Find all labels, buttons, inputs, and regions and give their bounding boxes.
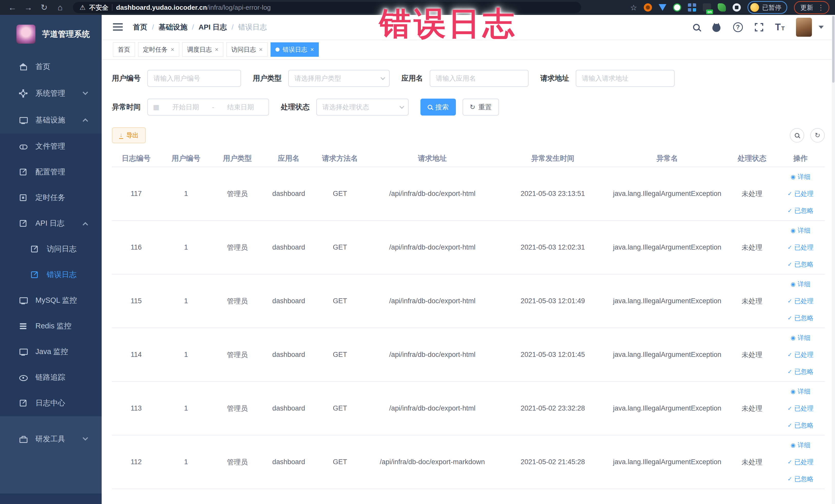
mark-ignored-link[interactable]: ✓已忽略: [778, 417, 823, 434]
browser-menu-icon[interactable]: ⋮: [817, 3, 824, 12]
detail-link[interactable]: ◉详细: [778, 383, 823, 400]
sidebar-item-system-management[interactable]: 系统管理: [0, 80, 102, 107]
extension-icon-grid[interactable]: [688, 3, 696, 12]
close-icon[interactable]: ×: [215, 46, 219, 53]
close-icon[interactable]: ×: [171, 46, 174, 53]
user-type-label: 用户类型: [253, 74, 282, 83]
extension-icon-dark[interactable]: on: [703, 3, 711, 12]
mark-processed-link[interactable]: ✓已处理: [778, 185, 823, 202]
sidebar-item-home[interactable]: 首页: [0, 54, 102, 80]
detail-link[interactable]: ◉详细: [778, 222, 823, 239]
extension-icon-orange[interactable]: [644, 3, 652, 12]
mark-processed-link[interactable]: ✓已处理: [778, 400, 823, 417]
sidebar-item-log-center[interactable]: 日志中心: [0, 390, 102, 416]
cell-user-id: 1: [160, 167, 212, 221]
search-icon[interactable]: [693, 24, 700, 31]
table-row: 113 1 管理员 dashboard GET /api/infra/db-do…: [112, 382, 825, 435]
sidebar-item-access-log[interactable]: 访问日志: [0, 236, 102, 262]
mark-processed-link[interactable]: ✓已处理: [778, 239, 823, 256]
process-status-select-input[interactable]: [316, 99, 409, 116]
mark-processed-link[interactable]: ✓已处理: [778, 346, 823, 363]
start-date-placeholder[interactable]: 开始日期: [163, 103, 208, 112]
sidebar-item-scheduled-tasks[interactable]: 定时任务: [0, 185, 102, 210]
extensions-puzzle-icon[interactable]: [733, 3, 741, 12]
app-name-input[interactable]: [430, 70, 529, 87]
detail-link[interactable]: ◉详细: [778, 437, 823, 454]
mark-processed-link[interactable]: ✓已处理: [778, 293, 823, 310]
cell-url: /api/infra/db-doc/export-html: [366, 167, 499, 221]
browser-back-icon[interactable]: ←: [6, 3, 19, 12]
export-button[interactable]: ↓ 导出: [112, 127, 146, 143]
extension-icon-green-circle[interactable]: [673, 3, 681, 12]
log-icon: [19, 219, 27, 227]
mark-ignored-link[interactable]: ✓已忽略: [778, 202, 823, 219]
close-icon[interactable]: ×: [310, 46, 314, 53]
tab-scheduled-tasks[interactable]: 定时任务 ×: [138, 42, 179, 57]
search-button[interactable]: 搜索: [421, 99, 456, 116]
bookmark-star-icon[interactable]: ☆: [630, 3, 637, 12]
sidebar-item-java-monitor[interactable]: Java 监控: [0, 339, 102, 365]
sidebar-item-label: 定时任务: [36, 193, 65, 203]
sidebar-item-dev-tools[interactable]: 研发工具: [0, 426, 102, 452]
end-date-placeholder[interactable]: 结束日期: [218, 103, 263, 112]
extension-icon-blue-drop[interactable]: [659, 4, 666, 11]
avatar-caret-down-icon[interactable]: [819, 26, 824, 29]
mark-ignored-link[interactable]: ✓已忽略: [778, 363, 823, 380]
tab-schedule-log[interactable]: 调度日志 ×: [182, 42, 223, 57]
sidebar-item-file-management[interactable]: 文件管理: [0, 134, 102, 159]
help-icon[interactable]: [733, 22, 743, 32]
breadcrumb-infrastructure[interactable]: 基础设施: [159, 22, 187, 32]
refresh-table-button[interactable]: ↻: [810, 128, 825, 142]
tab-error-log[interactable]: 错误日志 ×: [270, 42, 319, 57]
tab-home[interactable]: 首页: [113, 42, 135, 57]
detail-link[interactable]: ◉详细: [778, 276, 823, 293]
user-type-select[interactable]: [288, 70, 390, 87]
processed-label: 已处理: [794, 458, 813, 466]
sidebar-item-trace[interactable]: 链路追踪: [0, 365, 102, 390]
browser-home-icon[interactable]: ⌂: [54, 3, 67, 12]
address-bar[interactable]: ⚠ 不安全 dashboard.yudao.iocoder.cn/infra/l…: [73, 2, 581, 13]
reset-button[interactable]: ↻ 重置: [463, 99, 499, 116]
github-icon[interactable]: [711, 22, 722, 33]
security-label[interactable]: 不安全: [89, 3, 108, 12]
mark-processed-link[interactable]: ✓已处理: [778, 454, 823, 471]
breadcrumb-home[interactable]: 首页: [133, 22, 147, 32]
process-status-select[interactable]: [316, 99, 409, 116]
browser-update-button[interactable]: 更新 ⋮: [794, 1, 829, 14]
cell-log-id: 112: [112, 435, 160, 489]
user-avatar[interactable]: [796, 18, 812, 37]
scrollbar-thumb[interactable]: [832, 16, 834, 83]
url-text[interactable]: dashboard.yudao.iocoder.cn/infra/log/api…: [116, 4, 271, 12]
sidebar-item-mysql-monitor[interactable]: MySQL 监控: [0, 287, 102, 313]
mark-ignored-link[interactable]: ✓已忽略: [778, 471, 823, 488]
app-logo-row[interactable]: 芋道管理系统: [0, 15, 102, 54]
hamburger-icon[interactable]: [113, 23, 123, 31]
toggle-search-button[interactable]: [790, 128, 804, 142]
detail-link[interactable]: ◉详细: [778, 168, 823, 185]
user-id-input[interactable]: [147, 70, 241, 87]
chevron-down-icon: [83, 89, 88, 95]
mark-ignored-link[interactable]: ✓已忽略: [778, 310, 823, 327]
mark-ignored-link[interactable]: ✓已忽略: [778, 256, 823, 273]
browser-reload-icon[interactable]: ↻: [38, 3, 51, 12]
breadcrumb-api-log[interactable]: API 日志: [199, 22, 227, 32]
page-scrollbar[interactable]: [832, 15, 835, 504]
extension-icon-leaf[interactable]: [718, 3, 726, 12]
close-icon[interactable]: ×: [259, 46, 263, 53]
profile-paused-badge[interactable]: 已暂停: [748, 1, 787, 14]
sidebar-item-config-management[interactable]: 配置管理: [0, 159, 102, 185]
detail-link[interactable]: ◉详细: [778, 329, 823, 346]
exception-time-range-picker[interactable]: ▦ 开始日期 - 结束日期: [147, 99, 269, 116]
font-size-icon[interactable]: [775, 23, 785, 32]
request-url-input[interactable]: [576, 70, 675, 87]
tab-access-log[interactable]: 访问日志 ×: [226, 42, 267, 57]
browser-forward-icon[interactable]: →: [22, 3, 35, 12]
sidebar-item-api-log[interactable]: API 日志: [0, 210, 102, 236]
detail-label: 详细: [797, 441, 810, 449]
sidebar-item-infrastructure[interactable]: 基础设施: [0, 107, 102, 134]
sidebar-item-error-log[interactable]: 错误日志: [0, 262, 102, 287]
fullscreen-icon[interactable]: [754, 22, 764, 32]
table-row: 112 1 管理员 dashboard GET /api/infra/db-do…: [112, 435, 825, 489]
sidebar-item-redis-monitor[interactable]: Redis 监控: [0, 313, 102, 339]
user-type-select-input[interactable]: [288, 70, 390, 87]
